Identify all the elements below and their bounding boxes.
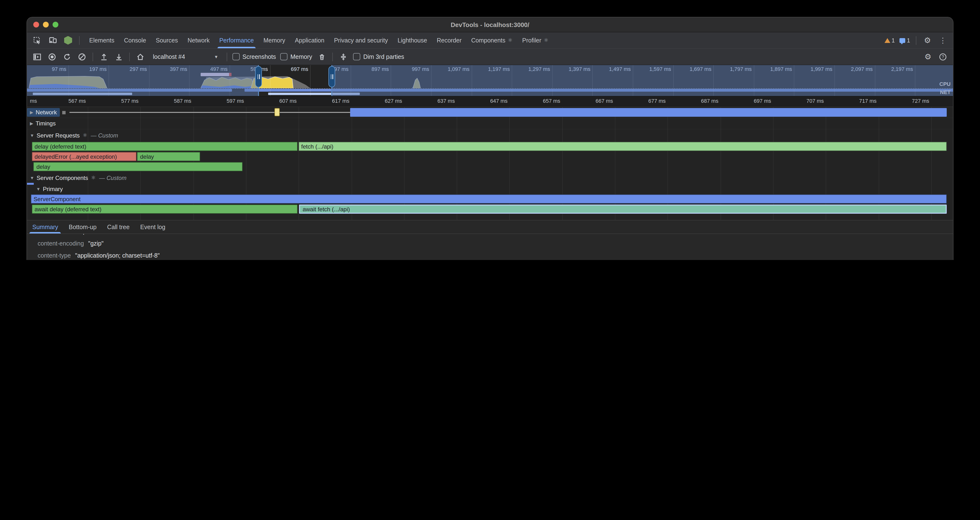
collapse-tracks-icon[interactable] [338,51,349,62]
tab-elements[interactable]: Elements [84,32,119,48]
flame-bar[interactable]: await delay (deferred text) [32,205,298,214]
checkbox-label: Screenshots [242,53,276,60]
screenshots-checkbox[interactable]: Screenshots [232,53,276,60]
ruler-tick-label: 707 ms [780,98,824,104]
ruler-tick-label: 667 ms [569,98,613,104]
zoom-window-button[interactable] [52,22,58,27]
tab-lighthouse[interactable]: Lighthouse [393,32,432,48]
screen: DevTools - localhost:3000/ ElementsConso… [0,0,980,260]
inspect-element-icon[interactable] [32,35,43,46]
server-components-header[interactable]: ▼ Server Components ⚛ — Custom [27,172,953,184]
tab-label: Sources [156,37,178,44]
svg-text:?: ? [942,54,944,59]
download-profile-icon[interactable] [113,51,124,62]
checkbox-icon [280,53,288,60]
warnings-badge[interactable]: 1 [884,37,895,44]
ruler-tick-label: 647 ms [463,98,508,104]
checkbox-icon [353,53,361,60]
tab-profiler[interactable]: Profiler⚛ [517,32,554,48]
property-row: connection"keep-alive" [27,234,953,238]
tab-network[interactable]: Network [183,32,215,48]
property-row: content-type"application/json; charset=u… [27,250,953,260]
upload-profile-icon[interactable] [99,51,109,62]
minimize-window-button[interactable] [43,22,49,27]
tab-recorder[interactable]: Recorder [432,32,466,48]
custom-tag: — Custom [99,174,126,181]
property-row: content-encoding"gzip" [27,238,953,250]
network-request-marker[interactable] [274,108,280,116]
tab-performance[interactable]: Performance [215,32,258,48]
selection-handle-right[interactable] [328,66,335,87]
timings-track[interactable]: ▶Timings [27,118,953,129]
history-select[interactable]: localhost #4 ▼ [150,52,221,61]
tab-sources[interactable]: Sources [151,32,183,48]
toggle-sidebar-icon[interactable] [32,51,43,62]
close-window-button[interactable] [33,22,39,27]
flame-bar[interactable]: delay (deferred text) [32,142,298,151]
messages-badge[interactable]: 1 [900,37,910,44]
garbage-collect-icon[interactable] [317,51,327,62]
track-resize-handle[interactable] [62,111,65,114]
flame-bar[interactable]: ServerComponent [30,194,947,204]
network-request-bar[interactable] [350,108,947,117]
network-track-label[interactable]: ▶Network [27,108,60,117]
cpu-label: CPU [940,81,951,87]
tab-application[interactable]: Application [290,32,329,48]
tab-label: Recorder [437,37,461,44]
timeline-overview[interactable]: 97 ms197 ms297 ms397 ms497 ms597 ms697 m… [27,65,953,97]
network-track[interactable]: ▶Network [27,107,953,118]
flame-bar[interactable]: delay [137,152,200,161]
panel-tab-summary[interactable]: Summary [27,221,64,234]
tab-label: Lighthouse [398,37,427,44]
memory-checkbox[interactable]: Memory [280,53,312,60]
traffic-lights [33,17,58,32]
home-icon[interactable] [135,51,146,62]
flame-bar[interactable]: delayedError (...ayed exception) [32,152,136,161]
ruler-tick-label: 597 ms [200,98,244,104]
capture-settings-gear-icon[interactable]: ⚙ [923,51,933,62]
checkbox-label: Memory [290,53,312,60]
tab-label: Application [295,37,325,44]
tab-privacy-and-security[interactable]: Privacy and security [329,32,393,48]
dim-3rd-parties-checkbox[interactable]: Dim 3rd parties [353,53,404,60]
chevron-down-icon: ▼ [30,175,34,180]
ruler-tick-label: 717 ms [832,98,877,104]
help-icon[interactable]: ? [937,51,948,62]
server-requests-header[interactable]: ▼ Server Requests ⚛ — Custom [27,129,953,142]
clear-button[interactable] [77,51,87,62]
record-button[interactable] [47,51,57,62]
selection-handle-left[interactable] [255,66,262,87]
ruler-tick-label: 727 ms [885,98,929,104]
chevron-down-icon: ▼ [36,186,40,191]
device-toolbar-icon[interactable] [47,35,58,46]
devtools-tabbar: ElementsConsoleSourcesNetworkPerformance… [27,32,953,49]
panel-tab-event-log[interactable]: Event log [135,221,170,234]
tab-console[interactable]: Console [119,32,151,48]
react-atom-icon: ⚛ [544,38,549,43]
ruler-tick-label: 687 ms [674,98,718,104]
window-title: DevTools - localhost:3000/ [451,21,529,28]
tab-label: Memory [264,37,285,44]
nodejs-icon[interactable] [63,35,73,46]
flame-bar[interactable]: await fetch (.../api) [299,205,947,214]
more-options-icon[interactable]: ⋮ [937,35,948,46]
ruler-tick-label: 577 ms [94,98,138,104]
panel-tab-call-tree[interactable]: Call tree [102,221,135,234]
primary-group-header[interactable]: ▼ Primary [27,184,953,194]
settings-gear-icon[interactable]: ⚙ [922,35,933,46]
tab-label: Privacy and security [334,37,388,44]
tab-components[interactable]: Components⚛ [466,32,517,48]
ruler-unit: ms [30,98,37,104]
overview-dim-left [27,65,258,96]
flame-bar[interactable]: delay [33,162,243,171]
flame-bar[interactable]: fetch (.../api) [298,142,947,151]
tab-label: Components [471,37,506,44]
reload-record-button[interactable] [62,51,72,62]
ruler-tick-label: 677 ms [621,98,666,104]
panel-tab-bottom-up[interactable]: Bottom-up [64,221,102,234]
property-value: "application/json; charset=utf-8" [75,253,160,259]
performance-toolbar: localhost #4 ▼ Screenshots Memory Dim 3r… [27,49,953,65]
chevron-right-icon: ▶ [30,110,33,115]
tab-memory[interactable]: Memory [259,32,290,48]
panel-tabs: ElementsConsoleSourcesNetworkPerformance… [84,32,553,48]
